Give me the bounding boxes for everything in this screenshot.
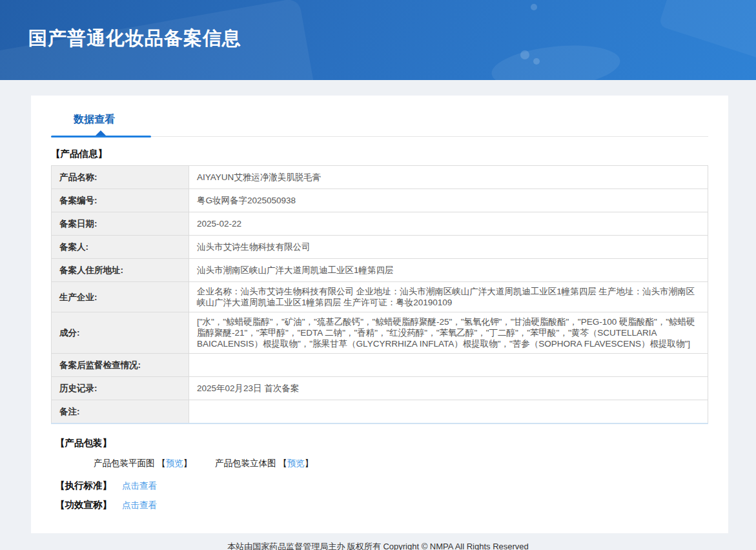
header-decoration-ellipse <box>489 40 622 80</box>
row-label: 备案后监督检查情况: <box>52 354 189 377</box>
header-decoration-dot <box>533 58 540 65</box>
tab-active-caret-icon <box>96 130 106 136</box>
table-row: 产品名称: AIYAYUN艾雅运净澈美肌脱毛膏 <box>52 166 708 189</box>
product-info-table: 产品名称: AIYAYUN艾雅运净澈美肌脱毛膏 备案编号: 粤G妆网备字2025… <box>51 165 708 424</box>
packaging-flat-label: 产品包装平面图 <box>94 458 155 468</box>
bracket-close: 】 <box>305 458 314 468</box>
table-row: 备案人住所地址: 汕头市潮南区峡山广洋大道周凯迪工业区1幢第四层 <box>52 259 708 282</box>
header-decoration-dot <box>520 50 529 59</box>
bracket-open: 【 <box>157 458 166 468</box>
table-row: 备案日期: 2025-02-22 <box>52 212 708 236</box>
row-value: 企业名称：汕头市艾诗生物科技有限公司 企业地址：汕头市潮南区峡山广洋大道周凯迪工… <box>189 282 708 312</box>
standard-section-title: 【执行标准】 <box>56 480 112 491</box>
row-label: 备案编号: <box>52 189 189 212</box>
row-value: 2025-02-22 <box>189 212 708 236</box>
packaging-links-row: 产品包装平面图 【预览】 产品包装立体图 【预览】 <box>94 458 728 469</box>
row-label: 备案日期: <box>52 212 189 236</box>
page-title: 国产普通化妆品备案信息 <box>28 26 241 52</box>
claims-view-link[interactable]: 点击查看 <box>122 500 157 510</box>
claims-section-title: 【功效宣称】 <box>56 500 112 510</box>
standard-row: 【执行标准】 点击查看 <box>56 480 728 492</box>
tab-bar: 数据查看 <box>51 96 708 137</box>
row-label: 生产企业: <box>52 282 189 312</box>
row-label: 备案人: <box>52 236 189 259</box>
row-label: 成分: <box>52 312 189 354</box>
product-info-section-title: 【产品信息】 <box>51 148 728 160</box>
table-row: 备案编号: 粤G妆网备字2025050938 <box>52 189 708 212</box>
header-decoration-dot <box>531 4 537 10</box>
bracket-open: 【 <box>278 458 287 468</box>
standard-view-link[interactable]: 点击查看 <box>122 481 157 491</box>
row-value: ["水"，"鲸蜡硬脂醇"，"矿油"，"巯基乙酸钙"，"鲸蜡硬脂醇聚醚-25"，"… <box>189 312 708 354</box>
content-card: 数据查看 【产品信息】 产品名称: AIYAYUN艾雅运净澈美肌脱毛膏 备案编号… <box>31 96 728 533</box>
row-label: 备案人住所地址: <box>52 259 189 282</box>
row-value: 2025年02月23日 首次备案 <box>189 377 708 400</box>
row-value <box>189 400 708 423</box>
page-header-banner: 国产普通化妆品备案信息 <box>0 0 756 80</box>
table-row: 生产企业: 企业名称：汕头市艾诗生物科技有限公司 企业地址：汕头市潮南区峡山广洋… <box>52 282 708 312</box>
footer-copyright: 本站由国家药品监督管理局主办 版权所有 Copyright © NMPA All… <box>0 538 756 550</box>
packaging-stereo-label: 产品包装立体图 <box>215 458 276 468</box>
row-label: 产品名称: <box>52 166 189 189</box>
row-value: 汕头市潮南区峡山广洋大道周凯迪工业区1幢第四层 <box>189 259 708 282</box>
table-row: 备案后监督检查情况: <box>52 354 708 377</box>
row-value: 汕头市艾诗生物科技有限公司 <box>189 236 708 259</box>
bracket-close: 】 <box>183 458 192 468</box>
row-label: 历史记录: <box>52 377 189 400</box>
tab-active-underline <box>51 136 151 138</box>
tab-data-view[interactable]: 数据查看 <box>74 113 115 136</box>
row-value <box>189 354 708 377</box>
table-row: 备案人: 汕头市艾诗生物科技有限公司 <box>52 236 708 259</box>
row-value: 粤G妆网备字2025050938 <box>189 189 708 212</box>
packaging-stereo-preview-link[interactable]: 预览 <box>287 458 305 468</box>
packaging-flat-preview-link[interactable]: 预览 <box>166 458 183 468</box>
packaging-section-title: 【产品包装】 <box>56 437 728 449</box>
table-row: 备注: <box>52 400 708 423</box>
row-value: AIYAYUN艾雅运净澈美肌脱毛膏 <box>189 166 708 189</box>
row-label: 备注: <box>52 400 189 423</box>
table-row: 历史记录: 2025年02月23日 首次备案 <box>52 377 708 400</box>
header-decoration-corner <box>659 0 756 61</box>
claims-row: 【功效宣称】 点击查看 <box>56 499 728 511</box>
table-row: 成分: ["水"，"鲸蜡硬脂醇"，"矿油"，"巯基乙酸钙"，"鲸蜡硬脂醇聚醚-2… <box>52 312 708 354</box>
